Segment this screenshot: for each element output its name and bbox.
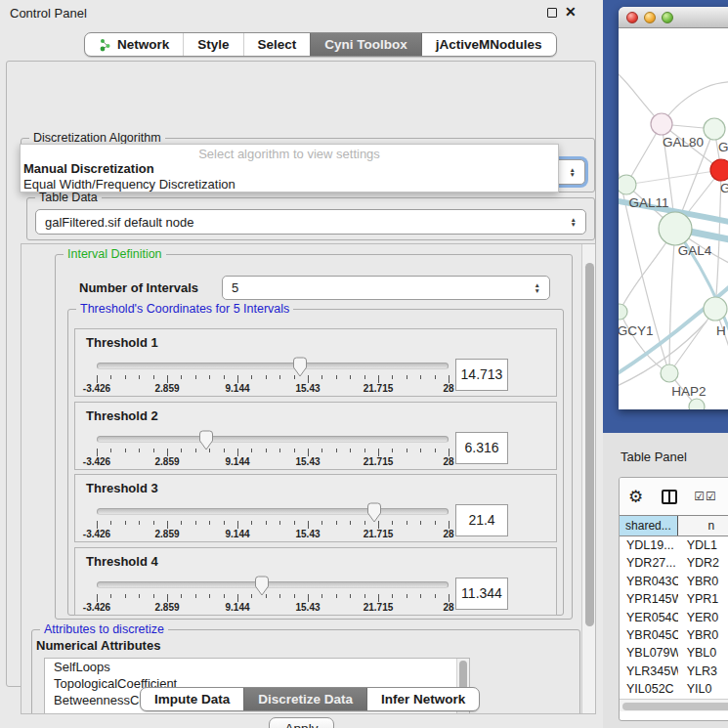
table-header-name[interactable]: n	[678, 516, 728, 535]
tick-mark	[167, 375, 168, 383]
threshold-slider-track[interactable]	[97, 436, 449, 443]
tab-style[interactable]: Style	[183, 33, 242, 56]
network-window-titlebar[interactable]	[619, 7, 728, 28]
table-rows: YDL19...YDL1YDR27...YDR2YBR043CYBR0YPR14…	[620, 536, 728, 699]
tab-network[interactable]: Network	[85, 33, 183, 56]
zoom-traffic-light[interactable]	[662, 12, 673, 23]
threshold-value-field[interactable]: 6.316	[455, 432, 508, 464]
tab-cyni-toolbox[interactable]: Cyni Toolbox	[310, 33, 421, 56]
apply-button[interactable]: Apply	[269, 717, 334, 728]
table-data-combobox[interactable]: galFiltered.sif default node ▲▼	[35, 209, 586, 235]
settings-vertical-scrollbar[interactable]	[581, 244, 596, 713]
tick-mark	[336, 521, 337, 525]
tick-mark	[435, 449, 436, 452]
threshold-value-field[interactable]: 11.344	[455, 578, 508, 610]
tab-jactivemnodules[interactable]: jActiveMNodules	[421, 33, 556, 56]
tick-label: -3.426	[83, 602, 110, 613]
attribute-list-item[interactable]: SelfLoops	[45, 659, 469, 675]
network-edge[interactable]	[662, 82, 728, 124]
threshold-slider-thumb[interactable]	[198, 430, 214, 450]
algorithm-option-manual[interactable]: Manual Discretization	[21, 161, 558, 177]
threshold-slider-thumb[interactable]	[366, 502, 382, 523]
table-header-shared[interactable]: shared...	[620, 516, 678, 535]
numerical-attributes-label: Numerical Attributes	[36, 638, 160, 653]
table-data-value: galFiltered.sif default node	[45, 215, 193, 230]
table-row[interactable]: YER054CYER0	[620, 609, 728, 626]
network-node-gcy1[interactable]	[619, 304, 627, 320]
threshold-slider-track[interactable]	[97, 363, 449, 369]
network-node-label: GAL80	[663, 135, 704, 150]
table-row[interactable]: YBL079WYBL0	[620, 644, 728, 662]
threshold-slider-track[interactable]	[97, 581, 449, 588]
tick-mark	[350, 521, 351, 525]
tick-mark	[392, 594, 393, 598]
gear-icon[interactable]: ⚙	[628, 487, 643, 507]
threshold-value-field[interactable]: 14.713	[455, 359, 508, 391]
thresholds-group-title: Threshold's Coordinates for 5 Intervals	[76, 302, 293, 316]
network-node-gal11[interactable]	[619, 175, 636, 194]
tab-label: Cyni Toolbox	[324, 37, 407, 52]
table-row[interactable]: YDR27...YDR2	[620, 554, 728, 572]
table-row[interactable]: YPR145WYPR1	[620, 590, 728, 608]
thresholds-group: Threshold's Coordinates for 5 Intervals …	[67, 309, 564, 616]
close-icon[interactable]: ✕	[565, 4, 577, 20]
algorithm-option-equal-width[interactable]: Equal Width/Frequency Discretization	[21, 177, 558, 193]
threshold-slider-track[interactable]	[97, 508, 449, 515]
tick-mark	[420, 375, 421, 379]
network-node-hap2[interactable]	[661, 364, 678, 382]
table-horizontal-scrollbar[interactable]	[620, 699, 728, 711]
threshold-panel-1: Threshold 1-3.4262.8599.14415.4321.71528…	[74, 328, 557, 397]
tab-infer-network[interactable]: Infer Network	[366, 688, 479, 710]
network-node-gal4[interactable]	[659, 212, 692, 245]
tick-mark	[266, 594, 267, 598]
table-row[interactable]: YIL052CYIL0	[620, 680, 728, 698]
desktop-background: GAL80GAGGAL11GAL4GCY1HHAP2	[603, 0, 728, 433]
split-columns-icon[interactable]	[662, 490, 677, 504]
tab-discretize-data[interactable]: Discretize Data	[243, 688, 366, 710]
settings-scrollbar-thumb[interactable]	[585, 263, 594, 626]
threshold-value-field[interactable]: 21.4	[455, 504, 508, 536]
table-row[interactable]: YDL19...YDL1	[620, 536, 728, 554]
threshold-label: Threshold 1	[86, 335, 158, 350]
tick-mark	[294, 594, 295, 598]
checkbox-icons[interactable]: ☑☑	[694, 490, 717, 503]
close-traffic-light[interactable]	[626, 12, 638, 23]
tick-mark	[449, 521, 450, 529]
slider-tick-labels: -3.4262.8599.14415.4321.71528	[97, 602, 449, 614]
network-node-h[interactable]	[704, 297, 727, 321]
table-cell-name: YBR0	[678, 626, 728, 644]
threshold-slider-thumb[interactable]	[292, 357, 308, 377]
threshold-panel-3: Threshold 3-3.4262.8599.14415.4321.71528…	[74, 474, 557, 542]
network-canvas[interactable]: GAL80GAGGAL11GAL4GCY1HHAP2	[619, 28, 728, 409]
table-row[interactable]: YBR043CYBR0	[620, 573, 728, 590]
number-of-intervals-combobox[interactable]: 5 ▲▼	[222, 276, 550, 300]
network-node-g[interactable]	[710, 159, 728, 181]
table-row[interactable]: YBR045CYBR0	[620, 626, 728, 644]
network-edge[interactable]	[626, 170, 721, 185]
tick-mark	[97, 594, 98, 602]
threshold-slider-thumb[interactable]	[254, 576, 270, 596]
table-cell-shared-name: YPR145W	[620, 590, 678, 608]
tab-impute-data[interactable]: Impute Data	[141, 688, 243, 710]
float-window-icon[interactable]	[547, 8, 557, 18]
tick-mark	[407, 594, 407, 598]
tick-mark	[153, 449, 154, 452]
table-cell-shared-name: YDL19...	[620, 536, 678, 554]
network-window: GAL80GAGGAL11GAL4GCY1HHAP2	[619, 7, 728, 409]
table-cell-shared-name: YDR27...	[620, 554, 678, 572]
tick-mark	[125, 594, 126, 598]
network-node-ga[interactable]	[704, 118, 725, 140]
tick-mark	[308, 449, 309, 456]
tick-mark	[251, 375, 252, 379]
minimize-traffic-light[interactable]	[644, 12, 656, 23]
tick-label: 28	[443, 529, 453, 539]
tick-label: 2.859	[154, 602, 179, 613]
tick-mark	[153, 594, 154, 598]
number-of-intervals-value: 5	[232, 280, 238, 295]
table-hscrollbar-thumb[interactable]	[622, 703, 728, 710]
tab-select[interactable]: Select	[243, 33, 311, 56]
table-row[interactable]: YLR345WYLR3	[620, 663, 728, 680]
network-node[interactable]	[689, 399, 705, 409]
tick-label: 9.144	[225, 529, 249, 539]
network-node-gal80[interactable]	[651, 113, 672, 135]
